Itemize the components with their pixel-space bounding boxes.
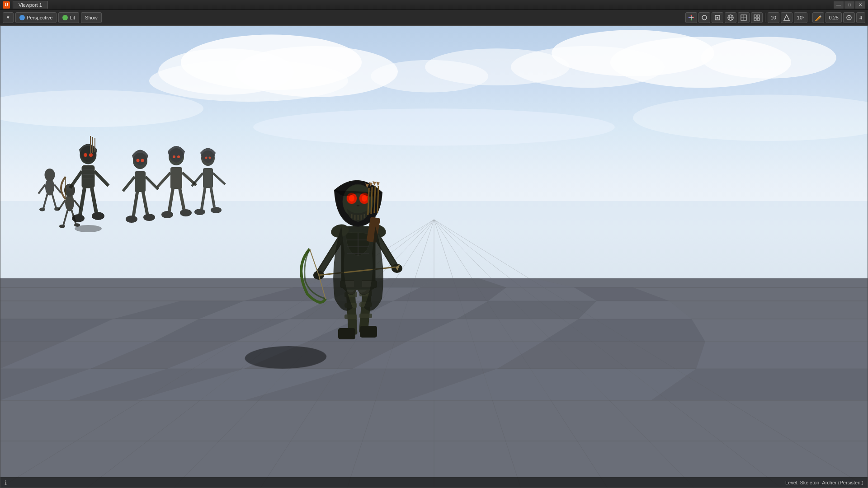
svg-rect-134 [135, 171, 146, 192]
svg-rect-168 [360, 326, 377, 338]
svg-rect-174 [359, 314, 372, 318]
svg-line-139 [146, 177, 158, 189]
perspective-button[interactable]: Perspective [15, 12, 57, 23]
svg-rect-18 [757, 18, 760, 20]
svg-line-158 [192, 173, 203, 186]
svg-point-156 [205, 157, 208, 159]
svg-rect-144 [170, 167, 182, 189]
show-button[interactable]: Show [81, 12, 102, 23]
svg-marker-4 [688, 17, 689, 18]
svg-point-163 [211, 207, 222, 213]
svg-line-138 [123, 177, 135, 191]
camera-speed-value: 4 [859, 15, 862, 20]
info-icon: ℹ [5, 479, 7, 486]
svg-point-152 [161, 211, 173, 218]
svg-point-162 [194, 209, 205, 215]
svg-line-123 [70, 171, 82, 188]
svg-marker-3 [690, 19, 692, 21]
svg-point-109 [45, 169, 55, 181]
svg-line-129 [80, 188, 85, 215]
svg-line-159 [213, 173, 225, 184]
viewport-dropdown-button[interactable]: ▾ [3, 12, 14, 23]
svg-line-112 [43, 194, 47, 209]
svg-point-142 [126, 216, 137, 223]
dropdown-arrow-icon: ▾ [7, 14, 9, 20]
svg-point-114 [39, 208, 45, 211]
svg-line-151 [179, 187, 184, 210]
svg-point-136 [137, 159, 140, 162]
grid-snap-value: 10 [771, 15, 776, 20]
svg-marker-5 [693, 17, 694, 18]
title-bar-controls: — □ ✕ [834, 1, 865, 9]
svg-rect-16 [757, 15, 760, 17]
app-icon: U [3, 1, 10, 9]
svg-rect-154 [203, 168, 213, 188]
minimize-button[interactable]: — [834, 1, 844, 9]
svg-line-130 [92, 188, 96, 213]
pencil-icon-button[interactable] [812, 12, 824, 23]
toolbar-right: 10 10° 0.25 [685, 12, 865, 23]
toolbar-separator-1 [765, 13, 765, 22]
svg-rect-8 [717, 17, 718, 19]
angle-snap-value-button[interactable]: 10° [794, 12, 808, 23]
viewport[interactable]: ℹ Level: Skeleton_Archer (Persistent) [0, 25, 868, 488]
svg-point-131 [72, 214, 85, 222]
svg-rect-15 [754, 15, 756, 17]
surface-snap-icon-button[interactable] [738, 12, 750, 23]
scale-value: 0.25 [829, 15, 838, 20]
svg-line-124 [94, 171, 108, 186]
grid-snap-value-button[interactable]: 10 [768, 12, 779, 23]
svg-rect-116 [82, 165, 94, 188]
svg-line-141 [143, 191, 147, 215]
svg-line-148 [157, 173, 170, 187]
status-bar: ℹ Level: Skeleton_Archer (Persistent) [0, 477, 868, 488]
show-label: Show [85, 15, 98, 20]
svg-marker-83 [692, 319, 868, 342]
status-left: ℹ [5, 479, 7, 486]
scale-icon-button[interactable] [712, 12, 723, 23]
svg-marker-19 [784, 15, 789, 20]
svg-point-132 [92, 212, 104, 220]
lit-label: Lit [70, 15, 75, 20]
svg-line-113 [52, 194, 56, 208]
status-right: Level: Skeleton_Archer (Persistent) [785, 480, 863, 485]
translate-icon-button[interactable] [685, 12, 697, 23]
angle-snap-icon-button[interactable] [781, 12, 793, 23]
lit-icon [62, 15, 68, 20]
svg-point-137 [141, 159, 144, 162]
svg-point-133 [75, 225, 102, 232]
svg-marker-2 [690, 14, 692, 16]
svg-line-111 [54, 185, 61, 193]
camera-speed-icon-button[interactable] [843, 12, 855, 23]
svg-rect-181 [354, 280, 362, 289]
svg-point-157 [209, 157, 211, 159]
toolbar-separator-2 [810, 13, 810, 22]
svg-point-146 [173, 155, 175, 158]
svg-rect-17 [754, 18, 756, 20]
svg-marker-91 [696, 342, 868, 369]
svg-line-110 [38, 185, 45, 194]
svg-rect-171 [344, 314, 357, 319]
camera-speed-value-button[interactable]: 4 [856, 12, 865, 23]
svg-line-160 [202, 186, 205, 209]
tab-label[interactable]: Viewport 1 [13, 1, 48, 9]
svg-point-115 [54, 207, 60, 211]
svg-line-211 [377, 186, 378, 213]
grid-icon-button[interactable] [751, 12, 763, 23]
svg-point-147 [177, 155, 180, 158]
svg-line-140 [133, 191, 137, 216]
lit-button[interactable]: Lit [58, 12, 79, 23]
viewport-toolbar: ▾ Perspective Lit Show [0, 10, 868, 25]
svg-point-143 [143, 214, 155, 221]
svg-line-20 [815, 20, 816, 21]
maximize-button[interactable]: □ [844, 1, 854, 9]
rotate-icon-button[interactable] [698, 12, 710, 23]
svg-line-161 [211, 186, 214, 207]
close-button[interactable]: ✕ [855, 1, 865, 9]
svg-marker-215 [376, 182, 380, 186]
svg-point-153 [180, 209, 192, 216]
world-space-icon-button[interactable] [725, 12, 736, 23]
svg-point-121 [84, 153, 87, 157]
angle-snap-value: 10° [797, 15, 805, 20]
scale-value-button[interactable]: 0.25 [826, 12, 841, 23]
